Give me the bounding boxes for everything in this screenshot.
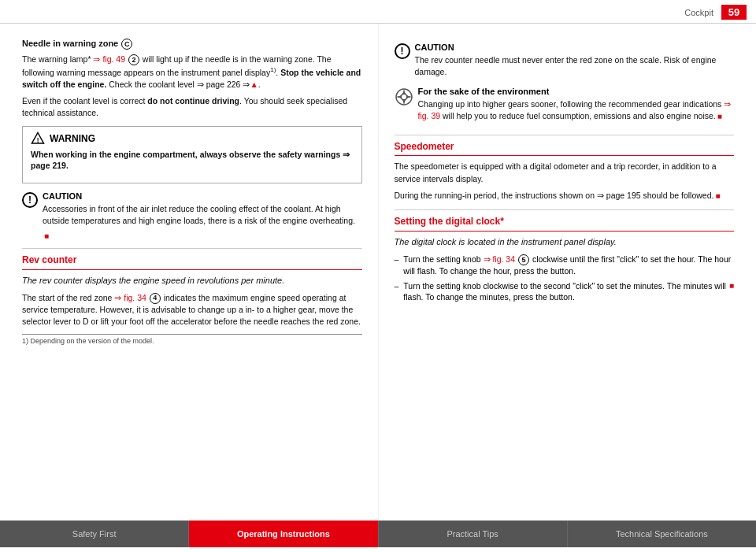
footnote: 1) Depending on the version of the model…: [22, 334, 362, 345]
page-header: Cockpit 59: [0, 0, 756, 24]
caution-icon-1: !: [22, 192, 38, 208]
warning-text: When working in the engine compartment, …: [31, 149, 354, 172]
separator-3: [395, 209, 735, 210]
clock-item-1: – Turn the setting knob ⇒ fig. 34 5 cloc…: [395, 254, 735, 277]
red-square-1: ■: [44, 232, 49, 240]
speed-p1: The speedometer is equipped with a digit…: [395, 161, 735, 184]
footer-nav: Safety First Operating Instructions Prac…: [0, 521, 756, 547]
caution-block-2: ! CAUTION The rev counter needle must ne…: [395, 43, 735, 82]
footer-item-practical[interactable]: Practical Tips: [379, 521, 568, 547]
red-square-2: ■: [729, 280, 734, 303]
footer-item-operating[interactable]: Operating Instructions: [189, 521, 378, 547]
svg-text:!: !: [37, 136, 39, 143]
footer-item-technical[interactable]: Technical Specifications: [568, 521, 756, 547]
speedometer-heading: Speedometer: [395, 140, 735, 156]
rev-paragraph: The start of the red zone ⇒ fig. 34 4 in…: [22, 292, 362, 328]
speed-p2: During the running-in period, the instru…: [395, 190, 735, 202]
right-column: ! CAUTION The rev counter needle must ne…: [379, 24, 757, 521]
clock-item-2-text: Turn the setting knob clockwise to the s…: [403, 280, 728, 303]
environment-icon: [395, 87, 413, 106]
rev-intro: The rev counter displays the engine spee…: [22, 275, 362, 287]
header-title: Cockpit: [684, 8, 713, 17]
footer-label-practical: Practical Tips: [447, 529, 498, 539]
content-area: Needle in warning zone C The warning lam…: [0, 24, 756, 521]
clock-item-1-text: Turn the setting knob ⇒ fig. 34 5 clockw…: [403, 254, 734, 277]
footer-label-technical: Technical Specifications: [616, 529, 708, 539]
needle-heading: Needle in warning zone C: [22, 38, 362, 50]
left-column: Needle in warning zone C The warning lam…: [0, 24, 379, 521]
caution-text-1: Accessories in front of the air inlet re…: [43, 203, 362, 226]
warning-box: ! WARNING When working in the engine com…: [22, 126, 362, 183]
warning-label: WARNING: [50, 133, 95, 144]
needle-paragraph-1: The warning lamp* ⇒ fig. 49 2 will light…: [22, 54, 362, 91]
clock-heading: Setting the digital clock*: [395, 215, 735, 231]
footer-label-safety: Safety First: [72, 529, 117, 539]
env-content: For the sake of the environment Changing…: [418, 87, 735, 127]
env-text: Changing up into higher gears sooner, fo…: [418, 98, 735, 122]
rev-heading: Rev counter: [22, 254, 362, 269]
warning-triangle-icon: !: [31, 132, 45, 146]
env-block: For the sake of the environment Changing…: [395, 87, 735, 127]
needle-circle: C: [121, 39, 132, 50]
clock-instructions: – Turn the setting knob ⇒ fig. 34 5 cloc…: [395, 254, 735, 303]
caution-icon-2: !: [395, 43, 410, 59]
separator-2: [395, 135, 735, 135]
warning-header: ! WARNING: [31, 132, 354, 146]
dash-marker-1: –: [395, 254, 399, 277]
page-number: 59: [721, 5, 747, 20]
env-title: For the sake of the environment: [418, 87, 735, 96]
caution-block-1: ! CAUTION Accessories in front of the ai…: [22, 191, 362, 240]
clock-intro: The digital clock is located in the inst…: [395, 236, 735, 249]
separator-1: [22, 248, 362, 249]
clock-item-2: – Turn the setting knob clockwise to the…: [395, 280, 735, 303]
caution-text-2: The rev counter needle must never enter …: [415, 54, 735, 77]
caution-content-1: CAUTION Accessories in front of the air …: [43, 191, 362, 240]
caution-title-1: CAUTION: [43, 191, 362, 201]
svg-point-3: [402, 94, 406, 99]
footer-item-safety[interactable]: Safety First: [0, 521, 189, 547]
caution-title-2: CAUTION: [415, 43, 735, 52]
footer-label-operating: Operating Instructions: [237, 529, 330, 539]
needle-paragraph-2: Even if the coolant level is correct do …: [22, 95, 362, 119]
footnote-text: 1) Depending on the version of the model…: [22, 337, 154, 345]
caution-content-2: CAUTION The rev counter needle must neve…: [415, 43, 735, 82]
dash-marker-2: –: [395, 280, 399, 303]
